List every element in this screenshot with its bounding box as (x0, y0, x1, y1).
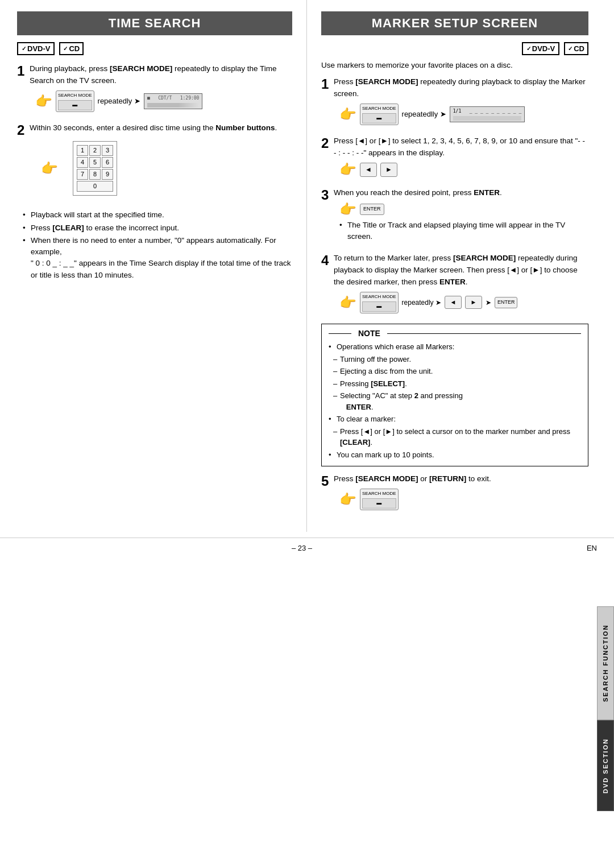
left-arrow-btn: ◄ (360, 163, 377, 177)
page-number: – 23 – (292, 544, 312, 552)
right-step5-illus: 👉 SEARCH MODE▬ (339, 489, 588, 510)
cd-label-left: CD (69, 44, 80, 53)
left-column: TIME SEARCH ✓ DVD-V ✓ CD 1 During playba… (0, 0, 307, 532)
numpad-area: 👉 1 2 3 4 (41, 138, 292, 199)
hand-icon-r5: 👉 (339, 493, 356, 506)
hand-icon-r3: 👉 (339, 202, 356, 216)
right-step3-illus: 👉 ENTER (339, 202, 588, 216)
num-0: 0 (77, 181, 113, 192)
dvd-check-left: ✓ (22, 46, 26, 52)
numpad-table: 1 2 3 4 5 6 (76, 144, 114, 193)
right-step-3-num: 3 (321, 187, 334, 204)
left-bullet-1: Playback will start at the specified tim… (23, 209, 292, 221)
right-arrow-btn: ► (380, 163, 397, 177)
num-6: 6 (102, 157, 113, 168)
repeatedly-label-1: repeatedly ➤ (98, 96, 140, 107)
left-bullet-2: Press [CLEAR] to erase the incorrect inp… (23, 222, 292, 234)
right-step-1-content: Press [SEARCH MODE] repeatedly during pl… (334, 76, 588, 129)
screen-display-1: ■ CDT/T 1:29:00 (144, 93, 203, 109)
left-arrow-r4: ◄ (445, 296, 462, 309)
right-step-4: 4 To return to the Marker later, press [… (321, 253, 588, 317)
right-step-1-text: Press [SEARCH MODE] repeatedly during pl… (334, 77, 586, 98)
right-step-4-num: 4 (321, 253, 334, 269)
left-dvd-logo: ✓ DVD-V (17, 42, 55, 55)
left-bullets: Playback will start at the specified tim… (23, 209, 292, 281)
left-step-1: 1 During playback, press [SEARCH MODE] r… (17, 63, 292, 115)
main-columns: TIME SEARCH ✓ DVD-V ✓ CD 1 During playba… (0, 0, 614, 532)
note-item-7: Press [◄] or [►] to select a cursor on t… (329, 426, 581, 448)
right-step-2: 2 Press [◄] or [►] to select 1, 2, 3, 4,… (321, 135, 588, 180)
right-dvd-logo: ✓ DVD-V (522, 42, 559, 55)
right-step4-illus: 👉 SEARCH MODE▬ repeatedly ➤ ◄ ► ➤ ENTER (339, 292, 588, 313)
num-8: 8 (89, 169, 101, 180)
left-step-2-text: Within 30 seconds, enter a desired disc … (30, 123, 277, 132)
right-step-3-text: When you reach the desired point, press … (334, 188, 502, 197)
right-column: MARKER SETUP SCREEN ✓ DVD-V ✓ CD Use mar… (307, 0, 614, 532)
right-step-4-text: To return to the Marker later, press [SE… (334, 254, 578, 286)
search-function-tab: Search Function (597, 606, 614, 720)
enter-btn-r4: ENTER (495, 297, 518, 308)
dvd-section-tab: DVD Section (597, 720, 614, 811)
remote-search-mode-btn-1: SEARCH MODE▬ (56, 90, 94, 112)
dvd-label-right: DVD-V (532, 44, 555, 53)
note-item-4: Pressing [SELECT]. (329, 378, 581, 390)
right-step-5-num: 5 (321, 473, 334, 490)
page-container: TIME SEARCH ✓ DVD-V ✓ CD 1 During playba… (0, 0, 614, 868)
arrow-r4: ➤ (486, 297, 491, 308)
right-step1-illus: 👉 SEARCH MODE▬ repeatedlly ➤ 1/1 _ _ _ _… (339, 104, 588, 125)
num-1: 1 (77, 145, 88, 156)
hand-icon-2: 👉 (41, 162, 58, 175)
left-step-2-content: Within 30 seconds, enter a desired disc … (30, 122, 292, 202)
hand-icon-r4: 👉 (339, 296, 356, 309)
step3-sub-1: The Title or Track and elapsed playing t… (339, 220, 588, 243)
footer-lang: EN (587, 544, 597, 552)
num-5: 5 (89, 157, 101, 168)
left-step-1-content: During playback, press [SEARCH MODE] rep… (30, 63, 292, 115)
right-step-4-content: To return to the Marker later, press [SE… (334, 253, 588, 317)
note-item-2: Turning off the power. (329, 354, 581, 365)
search-mode-r5: SEARCH MODE▬ (360, 489, 399, 510)
dvd-check-right: ✓ (526, 46, 531, 52)
numpad-hand: 👉 1 2 3 4 (41, 138, 292, 199)
number-pad: 1 2 3 4 5 6 (73, 141, 117, 196)
right-step-1-num: 1 (321, 76, 334, 93)
right-step-5: 5 Press [SEARCH MODE] or [RETURN] to exi… (321, 473, 588, 514)
left-step-1-num: 1 (17, 63, 30, 80)
repeatedly-label-r1: repeatedlly ➤ (402, 109, 446, 120)
right-logos: ✓ DVD-V ✓ CD (321, 42, 588, 55)
note-item-5: Selecting "AC" at step 2 and pressing EN… (329, 390, 581, 412)
dvd-section-label: DVD Section (602, 738, 609, 793)
search-mode-btn-r4: SEARCH MODE▬ (360, 292, 399, 313)
note-item-3: Ejecting a disc from the unit. (329, 366, 581, 377)
num-4: 4 (77, 157, 88, 168)
right-step-2-num: 2 (321, 135, 334, 152)
num-3: 3 (102, 145, 113, 156)
left-cd-logo: ✓ CD (59, 42, 84, 55)
left-step1-illus: 👉 SEARCH MODE▬ repeatedly ➤ ■ CDT/T 1:29… (35, 90, 292, 112)
note-item-8: You can mark up to 10 points. (329, 449, 581, 461)
remote-search-mode-r1: SEARCH MODE▬ (360, 104, 399, 125)
right-step-3-content: When you reach the desired point, press … (334, 187, 588, 246)
right-section-header: MARKER SETUP SCREEN (321, 11, 588, 35)
cd-label-right: CD (574, 44, 584, 53)
page-footer: – 23 – EN (0, 538, 614, 558)
right-step-2-content: Press [◄] or [►] to select 1, 2, 3, 4, 5… (334, 135, 588, 180)
right-cd-logo: ✓ CD (564, 42, 588, 55)
left-step-1-text: During playback, press [SEARCH MODE] rep… (30, 64, 276, 85)
right-arrow-r4: ► (465, 296, 482, 309)
right-step-1: 1 Press [SEARCH MODE] repeatedly during … (321, 76, 588, 129)
hand-icon-r2: 👉 (339, 163, 356, 176)
right-side-tabs: Search Function DVD Section (597, 171, 614, 811)
left-section-header: TIME SEARCH (17, 11, 292, 35)
step3-subbullets: The Title or Track and elapsed playing t… (339, 220, 588, 243)
num-7: 7 (77, 169, 88, 180)
note-box: NOTE Operations which erase all Markers:… (321, 324, 588, 466)
right-intro: Use markers to memorize your favorite pl… (321, 61, 588, 69)
repeatedly-r4: repeatedly ➤ (402, 297, 441, 308)
right-step2-illus: 👉 ◄ ► (339, 163, 588, 177)
left-step-2: 2 Within 30 seconds, enter a desired dis… (17, 122, 292, 202)
cd-check-right: ✓ (568, 46, 572, 52)
screen-display-r1: 1/1 _ _ _ _ _ _ _ _ _ _ (450, 106, 525, 122)
left-step-2-num: 2 (17, 122, 30, 139)
cd-check-left: ✓ (63, 46, 68, 52)
